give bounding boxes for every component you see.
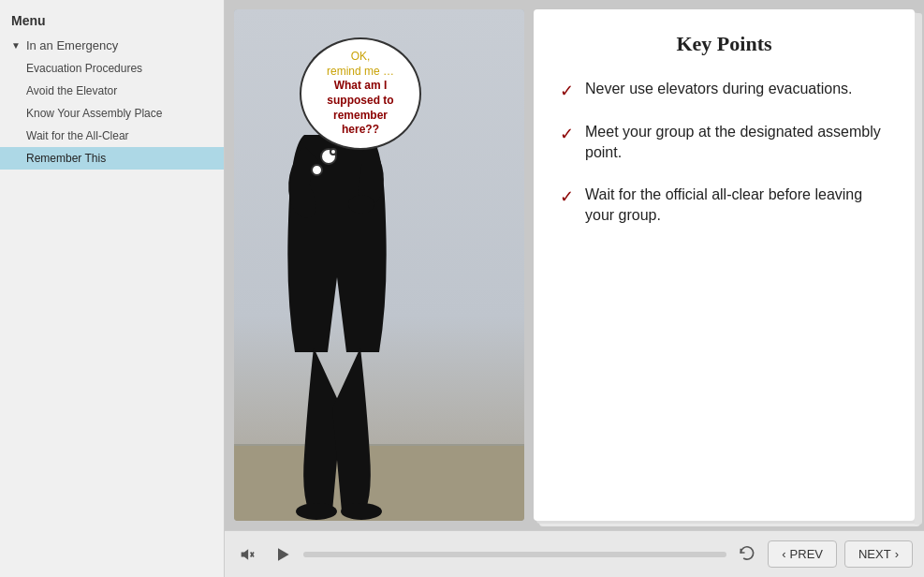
key-point-text-3: Wait for the official all-clear before l… [585, 185, 888, 227]
thought-text: OK,remind me … What am Isupposed toremem… [327, 50, 394, 138]
sidebar-item-elevator[interactable]: Avoid the Elevator [0, 80, 224, 102]
volume-button[interactable] [236, 541, 262, 568]
expand-arrow-icon: ▼ [11, 40, 21, 51]
key-point-item-3: ✓ Wait for the official all-clear before… [560, 185, 888, 227]
key-point-text-2: Meet your group at the designated assemb… [585, 122, 888, 164]
play-icon [273, 545, 292, 564]
replay-button[interactable] [734, 540, 760, 570]
sidebar-parent-label: In an Emergency [26, 38, 118, 52]
sidebar-item-evacuation[interactable]: Evacuation Procedures [0, 57, 224, 80]
svg-marker-5 [242, 549, 249, 560]
prev-arrow: ‹ [782, 547, 785, 561]
checkmark-icon-2: ✓ [560, 124, 574, 144]
key-points-panel: Key Points ✓ Never use elevators during … [534, 9, 915, 521]
svg-point-4 [341, 503, 382, 520]
checkmark-icon-1: ✓ [560, 81, 574, 101]
bubble-dot [330, 148, 337, 155]
main-content: OK,remind me … What am Isupposed toremem… [225, 0, 924, 577]
sidebar-item-remember[interactable]: Remember This [0, 147, 224, 170]
key-point-item-2: ✓ Meet your group at the designated asse… [560, 122, 888, 164]
content-area: OK,remind me … What am Isupposed toremem… [225, 0, 924, 530]
controls-bar: ‹ PREV NEXT › [225, 530, 924, 577]
prev-label: PREV [790, 547, 823, 561]
play-button[interactable] [270, 541, 296, 568]
progress-bar[interactable] [303, 552, 726, 557]
key-point-item-1: ✓ Never use elevators during evacuations… [560, 79, 888, 101]
scene-panel: OK,remind me … What am Isupposed toremem… [234, 9, 524, 521]
sidebar: Menu ▼ In an Emergency Evacuation Proced… [0, 0, 225, 577]
sidebar-item-assembly[interactable]: Know Your Assembly Place [0, 102, 224, 125]
key-point-text-1: Never use elevators during evacuations. [585, 79, 853, 99]
volume-icon [240, 545, 258, 564]
next-button[interactable]: NEXT › [844, 540, 913, 568]
svg-marker-8 [278, 548, 289, 560]
prev-button[interactable]: ‹ PREV [768, 540, 837, 568]
key-points-title: Key Points [560, 32, 888, 56]
sidebar-title: Menu [0, 7, 224, 34]
thought-bubble: OK,remind me … What am Isupposed toremem… [300, 37, 421, 150]
next-label: NEXT [858, 547, 891, 561]
replay-icon [738, 543, 756, 562]
svg-point-2 [348, 195, 374, 214]
checkmark-icon-3: ✓ [560, 186, 574, 207]
next-arrow: › [895, 547, 899, 561]
sidebar-item-allclear[interactable]: Wait for the All-Clear [0, 125, 224, 147]
svg-point-3 [296, 503, 337, 520]
sidebar-parent-item[interactable]: ▼ In an Emergency [0, 34, 224, 57]
